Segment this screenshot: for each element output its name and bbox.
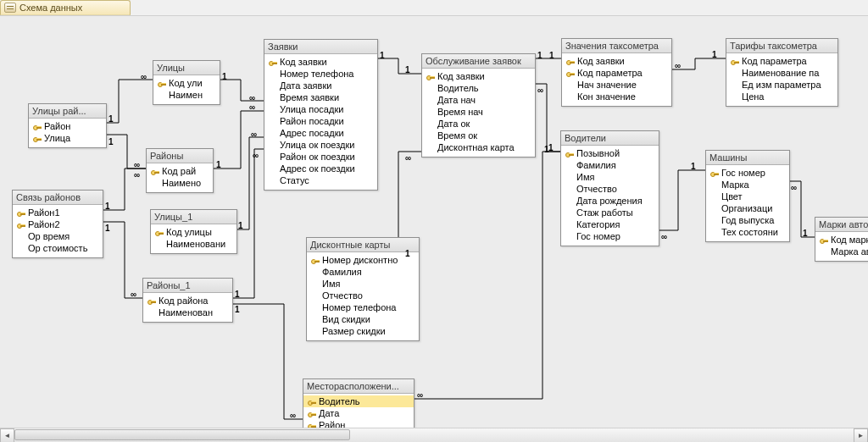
table-title[interactable]: Значения таксометра bbox=[562, 39, 671, 53]
table-ulicy[interactable]: УлицыКод улиНаимен bbox=[153, 60, 220, 105]
field-row[interactable]: Ор стоимость bbox=[13, 242, 103, 254]
table-title[interactable]: Связь районов bbox=[13, 191, 103, 205]
horizontal-scrollbar[interactable]: ◄ ► bbox=[0, 428, 868, 442]
field-row[interactable]: Вид скидки bbox=[307, 313, 419, 325]
table-title[interactable]: Тарифы таксометра bbox=[726, 39, 837, 53]
field-row[interactable]: Имя bbox=[561, 171, 659, 183]
field-row[interactable]: Водитель bbox=[422, 82, 535, 94]
field-row[interactable]: Фамилия bbox=[561, 159, 659, 171]
field-row[interactable]: Район ок поездки bbox=[264, 151, 377, 163]
field-row[interactable]: Организаци bbox=[706, 202, 789, 214]
field-row[interactable]: Отчество bbox=[307, 290, 419, 301]
field-row[interactable]: Цвет bbox=[706, 191, 789, 202]
table-marki[interactable]: Марки автомоКод маркиМарка авт bbox=[815, 217, 868, 262]
table-title[interactable]: Улицы рай... bbox=[29, 104, 106, 119]
table-zajavki[interactable]: ЗаявкиКод заявкиНомер телефонаДата заявк… bbox=[264, 39, 378, 191]
field-row[interactable]: Наименование па bbox=[726, 67, 837, 79]
field-row[interactable]: Код параметра bbox=[562, 67, 671, 79]
table-tarify[interactable]: Тарифы таксометраКод параметраНаименован… bbox=[726, 38, 838, 107]
field-row[interactable]: Номер телефона bbox=[264, 68, 377, 80]
scroll-track[interactable] bbox=[14, 428, 854, 442]
table-title[interactable]: Месторасположени... bbox=[303, 379, 414, 394]
field-row[interactable]: Нач значение bbox=[562, 79, 671, 91]
window-tab[interactable]: Схема данных bbox=[0, 0, 131, 15]
table-rajony_1[interactable]: Районы_1Код районаНаименован bbox=[142, 278, 233, 323]
table-title[interactable]: Водители bbox=[561, 131, 659, 146]
table-title[interactable]: Районы bbox=[147, 149, 213, 163]
field-row[interactable]: Номер дисконтно bbox=[307, 254, 419, 266]
table-title[interactable]: Улицы_1 bbox=[151, 210, 236, 224]
field-row[interactable]: Адрес посадки bbox=[264, 127, 377, 139]
table-obsluzh[interactable]: Обслуживание заявокКод заявкиВодительДат… bbox=[421, 53, 536, 157]
field-row[interactable]: Марка авт bbox=[815, 246, 868, 257]
field-row[interactable]: Дата нач bbox=[422, 94, 535, 106]
field-row[interactable]: Ор время bbox=[13, 230, 103, 242]
field-row[interactable]: Код ули bbox=[153, 77, 220, 89]
field-row[interactable]: Фамилия bbox=[307, 266, 419, 278]
field-row[interactable]: Наименовани bbox=[151, 238, 236, 250]
field-row[interactable]: Цена bbox=[726, 91, 837, 102]
field-row[interactable]: Дата заявки bbox=[264, 80, 377, 91]
field-row[interactable]: Размер скидки bbox=[307, 325, 419, 337]
field-row[interactable]: Улица посадки bbox=[264, 103, 377, 115]
table-title[interactable]: Обслуживание заявок bbox=[422, 54, 535, 69]
field-row[interactable]: Время ок bbox=[422, 130, 535, 141]
field-row[interactable]: Стаж работы bbox=[561, 207, 659, 218]
table-title[interactable]: Марки автомо bbox=[815, 218, 868, 232]
table-rajony[interactable]: РайоныКод райНаимено bbox=[146, 148, 214, 193]
diagram-canvas[interactable]: Улицы рай...РайонУлицаСвязь районовРайон… bbox=[0, 15, 868, 434]
field-row[interactable]: Имя bbox=[307, 278, 419, 290]
field-row[interactable]: Район1 bbox=[13, 207, 103, 218]
field-row[interactable]: Код улицы bbox=[151, 226, 236, 238]
field-row[interactable]: Код заявки bbox=[264, 56, 377, 68]
table-title[interactable]: Заявки bbox=[264, 40, 377, 54]
table-title[interactable]: Районы_1 bbox=[143, 279, 232, 293]
table-mashiny[interactable]: МашиныГос номерМаркаЦветОрганизациГод вы… bbox=[705, 150, 790, 242]
field-row[interactable]: Код параметра bbox=[726, 55, 837, 67]
field-row[interactable]: Отчество bbox=[561, 183, 659, 195]
field-row[interactable]: Район2 bbox=[13, 218, 103, 230]
field-row[interactable]: Гос номер bbox=[706, 167, 789, 179]
field-row[interactable]: Статус bbox=[264, 174, 377, 186]
field-row[interactable]: Дата ок bbox=[422, 118, 535, 130]
scroll-thumb[interactable] bbox=[14, 429, 350, 440]
table-title[interactable]: Дисконтные карты bbox=[307, 238, 419, 252]
field-row[interactable]: Марка bbox=[706, 179, 789, 191]
table-znachenija[interactable]: Значения таксометраКод заявкиКод парамет… bbox=[561, 38, 672, 107]
field-row[interactable]: Дисконтная карта bbox=[422, 141, 535, 153]
field-row[interactable]: Категория bbox=[561, 218, 659, 230]
table-title[interactable]: Машины bbox=[706, 151, 789, 165]
field-row[interactable]: Водитель bbox=[303, 395, 414, 407]
table-ulicy_1[interactable]: Улицы_1Код улицыНаименовани bbox=[150, 209, 237, 254]
field-row[interactable]: Код марки bbox=[815, 234, 868, 246]
scroll-right-button[interactable]: ► bbox=[854, 428, 868, 442]
field-row[interactable]: Ед изм параметра bbox=[726, 79, 837, 91]
field-row[interactable]: Год выпуска bbox=[706, 214, 789, 226]
field-row[interactable]: Наимен bbox=[153, 89, 220, 101]
field-row[interactable]: Номер телефона bbox=[307, 301, 419, 313]
table-title[interactable]: Улицы bbox=[153, 61, 220, 75]
field-row[interactable]: Адрес ок поездки bbox=[264, 163, 377, 174]
field-row[interactable]: Наимено bbox=[147, 177, 213, 189]
table-ulicy_rajonov[interactable]: Улицы рай...РайонУлица bbox=[28, 103, 107, 148]
table-voditeli[interactable]: ВодителиПозывнойФамилияИмяОтчествоДата р… bbox=[560, 130, 659, 246]
field-row[interactable]: Код заявки bbox=[562, 55, 671, 67]
field-row[interactable]: Наименован bbox=[143, 307, 232, 318]
field-row[interactable]: Улица bbox=[29, 132, 106, 144]
field-row[interactable]: Код района bbox=[143, 295, 232, 307]
table-svjaz_rajonov[interactable]: Связь районовРайон1Район2Ор времяОр стои… bbox=[12, 190, 103, 258]
field-row[interactable]: Кон значение bbox=[562, 91, 671, 102]
field-row[interactable]: Позывной bbox=[561, 147, 659, 159]
field-row[interactable]: Код заявки bbox=[422, 70, 535, 82]
field-row[interactable]: Район посадки bbox=[264, 115, 377, 127]
field-row[interactable]: Время заявки bbox=[264, 91, 377, 103]
field-row[interactable]: Время нач bbox=[422, 106, 535, 118]
field-row[interactable]: Тех состояни bbox=[706, 226, 789, 238]
field-row[interactable]: Код рай bbox=[147, 165, 213, 177]
field-row[interactable]: Дата рождения bbox=[561, 195, 659, 207]
field-row[interactable]: Район bbox=[29, 120, 106, 132]
scroll-left-button[interactable]: ◄ bbox=[0, 428, 14, 442]
field-row[interactable]: Гос номер bbox=[561, 230, 659, 242]
table-discount[interactable]: Дисконтные картыНомер дисконтноФамилияИм… bbox=[306, 237, 420, 341]
table-mesto[interactable]: Месторасположени...ВодительДатаРайон bbox=[303, 378, 415, 435]
